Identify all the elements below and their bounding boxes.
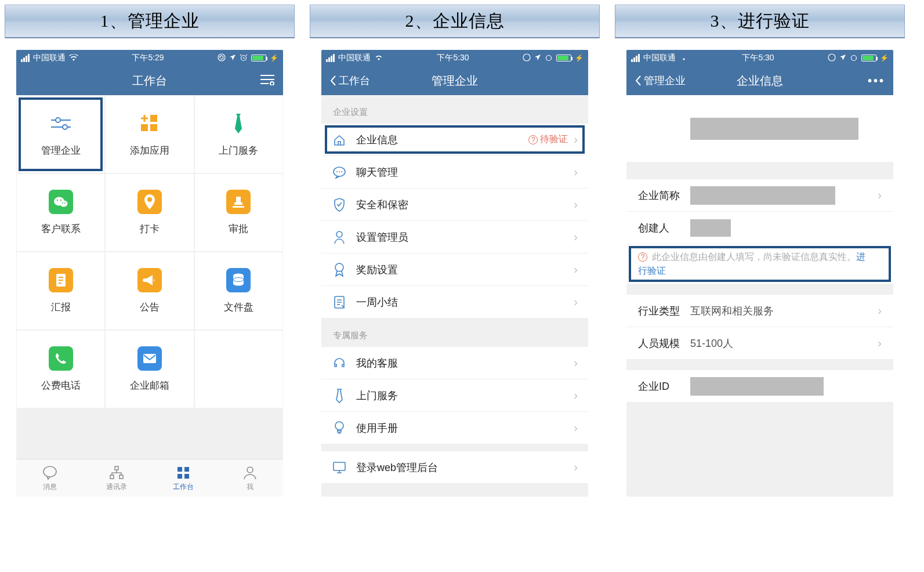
phone-1: 中国联通 下午5:29 ⚡ 工作台 bbox=[16, 50, 283, 497]
row-admin-setup[interactable]: 设置管理员 › bbox=[321, 221, 588, 254]
notice-text: 此企业信息由创建人填写，尚未验证信息真实性。 bbox=[652, 252, 856, 262]
wifi-icon bbox=[69, 53, 78, 63]
tab-me[interactable]: 我 bbox=[216, 459, 283, 497]
wifi-icon bbox=[374, 53, 383, 63]
svg-point-13 bbox=[64, 202, 66, 204]
bulb-icon bbox=[332, 421, 347, 436]
chevron-left-icon bbox=[635, 75, 642, 86]
svg-rect-5 bbox=[141, 124, 148, 131]
row-customer-service[interactable]: 我的客服 › bbox=[321, 347, 588, 379]
row-label: 设置管理员 bbox=[356, 230, 574, 244]
redacted-block bbox=[690, 377, 824, 396]
status-time: 下午5:29 bbox=[132, 53, 164, 63]
chevron-right-icon: › bbox=[878, 336, 882, 350]
svg-rect-15 bbox=[233, 206, 244, 208]
tab-messages[interactable]: 消息 bbox=[16, 459, 83, 497]
row-label: 一周小结 bbox=[356, 295, 574, 309]
row-industry[interactable]: 行业类型 互联网和相关服务 › bbox=[626, 295, 893, 327]
row-label: 创建人 bbox=[638, 221, 690, 235]
tab-workbench[interactable]: 工作台 bbox=[150, 459, 216, 497]
section-header-services: 专属服务 bbox=[321, 318, 588, 347]
app-clock-in[interactable]: 打卡 bbox=[105, 173, 194, 252]
svg-point-14 bbox=[147, 197, 152, 202]
status-bar: 中国联通 下午5:30 ⚡ bbox=[626, 50, 893, 66]
app-announcement[interactable]: 公告 bbox=[105, 252, 194, 330]
carrier-label: 中国联通 bbox=[33, 53, 66, 63]
svg-point-11 bbox=[60, 200, 61, 201]
chevron-right-icon: › bbox=[574, 230, 578, 244]
row-label: 人员规模 bbox=[638, 336, 690, 350]
row-security[interactable]: 安全和保密 › bbox=[321, 189, 588, 221]
svg-point-33 bbox=[339, 171, 340, 172]
row-short-name[interactable]: 企业简称 › bbox=[626, 179, 893, 212]
row-staff-scale[interactable]: 人员规模 51-100人 › bbox=[626, 327, 893, 360]
medal-icon bbox=[332, 262, 347, 277]
shield-icon bbox=[332, 197, 347, 212]
svg-rect-6 bbox=[150, 124, 157, 131]
back-label: 管理企业 bbox=[644, 74, 686, 88]
back-button[interactable]: 管理企业 bbox=[635, 74, 686, 88]
sliders-icon bbox=[49, 111, 73, 136]
svg-point-34 bbox=[341, 171, 342, 172]
app-free-call[interactable]: 公费电话 bbox=[16, 330, 105, 408]
signal-icon bbox=[21, 54, 30, 62]
app-filedisk[interactable]: 文件盘 bbox=[194, 252, 283, 330]
row-enterprise-info[interactable]: 企业信息 ?待验证 › bbox=[321, 124, 588, 156]
person-icon bbox=[332, 230, 347, 245]
location-icon bbox=[534, 53, 541, 63]
mail-icon bbox=[137, 346, 162, 371]
chat-bubble-icon bbox=[42, 465, 58, 481]
row-label: 奖励设置 bbox=[356, 263, 574, 277]
info-content: 企业简称 › 创建人 ?此企业信息由创建人填写，尚未验证信息真实性。进行验证 行… bbox=[626, 95, 893, 497]
row-reward-settings[interactable]: 奖励设置 › bbox=[321, 254, 588, 286]
more-icon[interactable]: ••• bbox=[868, 74, 885, 88]
back-button[interactable]: 工作台 bbox=[329, 74, 370, 88]
web-admin-list: 登录web管理后台 › bbox=[321, 451, 588, 484]
app-manage-enterprise[interactable]: 管理企业 bbox=[16, 95, 105, 173]
row-web-admin[interactable]: 登录web管理后台 › bbox=[321, 451, 588, 484]
app-approval[interactable]: 审批 bbox=[194, 173, 283, 252]
signal-icon bbox=[631, 54, 640, 62]
alarm-icon bbox=[240, 53, 248, 63]
row-weekly-summary[interactable]: 一周小结 › bbox=[321, 286, 588, 318]
list-settings-icon[interactable] bbox=[260, 74, 275, 88]
tab-label: 消息 bbox=[43, 482, 57, 492]
row-label: 我的客服 bbox=[356, 356, 574, 370]
tab-contacts[interactable]: 通讯录 bbox=[83, 459, 150, 497]
row-label: 企业ID bbox=[638, 379, 690, 393]
battery-icon bbox=[251, 55, 266, 61]
enterprise-name-row[interactable] bbox=[626, 95, 893, 162]
carrier-label: 中国联通 bbox=[338, 53, 371, 63]
tab-label: 工作台 bbox=[173, 482, 194, 492]
app-grid: 管理企业 添加应用 上门服务 bbox=[16, 95, 283, 408]
app-customer-contact[interactable]: 客户联系 bbox=[16, 173, 105, 252]
verify-notice: ?此企业信息由创建人填写，尚未验证信息真实性。进行验证 bbox=[626, 244, 893, 284]
back-label: 工作台 bbox=[339, 74, 370, 88]
app-label: 企业邮箱 bbox=[130, 379, 169, 392]
app-add-app[interactable]: 添加应用 bbox=[105, 95, 194, 173]
chevron-right-icon: › bbox=[574, 295, 578, 309]
svg-rect-24 bbox=[177, 467, 182, 472]
svg-point-38 bbox=[335, 422, 343, 430]
app-label: 公费电话 bbox=[41, 379, 81, 392]
wechat-icon bbox=[49, 190, 73, 214]
app-report[interactable]: 汇报 bbox=[16, 252, 105, 330]
row-label: 上门服务 bbox=[356, 389, 574, 403]
row-chat-manage[interactable]: 聊天管理 › bbox=[321, 156, 588, 189]
orientation-lock-icon bbox=[218, 53, 226, 63]
row-user-manual[interactable]: 使用手册 › bbox=[321, 412, 588, 444]
question-icon: ? bbox=[638, 252, 647, 262]
app-label: 公告 bbox=[140, 301, 160, 314]
app-onsite-service[interactable]: 上门服务 bbox=[194, 95, 283, 173]
svg-rect-39 bbox=[334, 462, 345, 470]
signal-icon bbox=[326, 54, 335, 62]
panel-3: 3、进行验证 中国联通 下午5:30 ⚡ 管理企业 bbox=[615, 5, 905, 567]
orientation-lock-icon bbox=[523, 53, 531, 63]
app-enterprise-mail[interactable]: 企业邮箱 bbox=[105, 330, 194, 408]
app-label: 打卡 bbox=[140, 222, 160, 236]
database-icon bbox=[226, 268, 251, 292]
chevron-right-icon: › bbox=[574, 421, 578, 435]
svg-rect-26 bbox=[177, 474, 182, 479]
row-onsite-service[interactable]: 上门服务 › bbox=[321, 379, 588, 412]
svg-point-29 bbox=[523, 54, 530, 61]
